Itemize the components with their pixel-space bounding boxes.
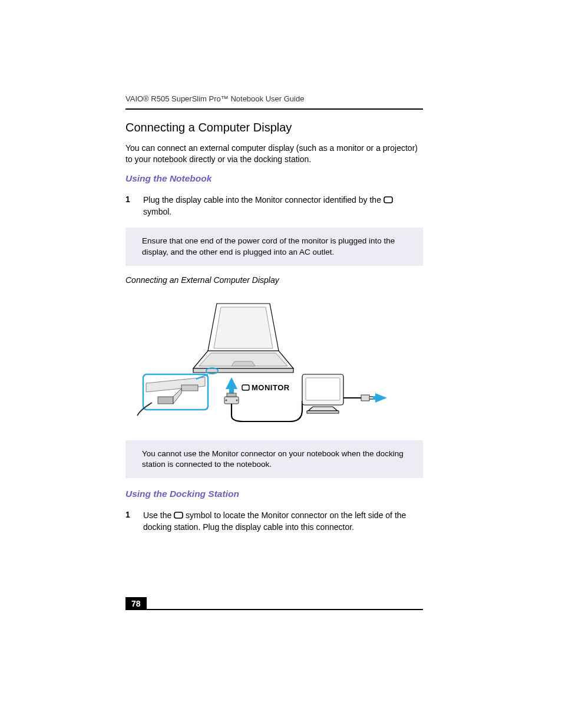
step-number: 1 [125,510,137,533]
arrow-right-icon [373,393,387,403]
monitor-label-text: MONITOR [252,383,290,392]
svg-marker-22 [308,407,338,411]
svg-point-17 [226,399,227,401]
page: VAIO® R505 SuperSlim Pro™ Notebook User … [0,0,562,728]
step-text-post: symbol. [143,207,171,216]
figure-caption: Connecting an External Computer Display [125,275,423,285]
step-1-docking: 1 Use the symbol to locate the Monitor c… [125,510,423,533]
svg-rect-16 [227,393,236,397]
svg-rect-9 [181,385,198,391]
subsection-notebook-heading: Using the Notebook [125,173,423,184]
laptop-icon [193,304,293,373]
page-content: Connecting a Computer Display You can co… [125,121,423,533]
step-text-pre: Plug the display cable into the Monitor … [143,195,384,205]
note-text: Ensure that one end of the power cord of… [142,236,395,256]
port-zoom-callout [137,368,218,416]
power-plug-icon [361,395,373,401]
page-number: 78 [125,597,147,610]
subsection-docking-heading: Using the Docking Station [125,489,423,499]
intro-text: You can connect an external computer dis… [125,143,423,165]
svg-marker-6 [214,307,273,348]
footer-rule [125,609,423,610]
note-box-1: Ensure that one end of the power cord of… [125,228,423,265]
svg-rect-19 [242,385,249,390]
svg-marker-4 [232,361,255,366]
svg-rect-21 [306,378,340,400]
svg-rect-10 [158,397,173,404]
svg-marker-27 [373,393,387,403]
monitor-label-group: MONITOR [242,383,290,392]
step-1-notebook: 1 Plug the display cable into the Monito… [125,195,423,218]
monitor-icon [174,510,183,522]
monitor-icon [384,195,393,206]
external-monitor-icon [302,374,343,413]
svg-rect-28 [174,512,183,518]
step-text-pre: Use the [143,510,174,520]
vga-plug-icon [224,393,239,404]
svg-rect-24 [361,395,369,401]
running-header: VAIO® R505 SuperSlim Pro™ Notebook User … [125,94,304,103]
figure-connecting-display: MONITOR [125,292,423,430]
cable-icon [232,401,302,421]
step-body: Plug the display cable into the Monitor … [143,195,423,218]
note-text-2: You cannot use the Monitor connector on … [142,449,404,469]
header-rule [125,108,423,110]
note-box-2: You cannot use the Monitor connector on … [125,440,423,478]
svg-rect-23 [307,411,339,413]
step-body: Use the symbol to locate the Monitor con… [143,510,423,533]
section-title: Connecting a Computer Display [125,121,423,134]
step-number: 1 [125,195,137,218]
svg-rect-0 [384,197,392,203]
svg-point-18 [236,399,238,401]
